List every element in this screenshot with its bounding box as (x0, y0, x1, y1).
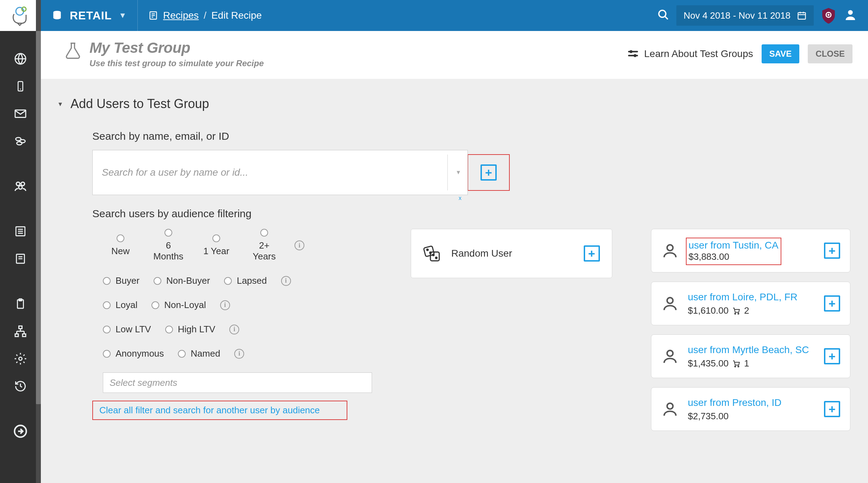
filter-row-tenure: New 6 Months 1 Year 2+ Years i (103, 229, 372, 262)
close-button[interactable]: CLOSE (808, 44, 852, 63)
info-icon[interactable]: i (229, 325, 239, 334)
filter-row-anon: Anonymous Named i (103, 348, 372, 359)
breadcrumb-link-recipes[interactable]: Recipes (163, 10, 199, 21)
nav-stack[interactable] (0, 127, 41, 155)
sliders-icon (627, 48, 639, 60)
svg-rect-23 (15, 334, 18, 337)
user-results: user from Tustin, CA $3,883.00 + user fr… (651, 229, 851, 431)
radio-2years[interactable]: 2+ Years (247, 229, 282, 262)
filters-column: New 6 Months 1 Year 2+ Years i Buyer Non… (92, 229, 372, 420)
svg-rect-4 (18, 82, 23, 91)
user-cart-count: 1 (744, 358, 749, 369)
breadcrumb-current: Edit Recipe (211, 10, 262, 21)
nav-forward[interactable] (0, 418, 41, 445)
radio-named[interactable]: Named (178, 348, 220, 359)
radio-anonymous[interactable]: Anonymous (103, 348, 164, 359)
svg-point-55 (630, 50, 633, 53)
nav-globe[interactable] (0, 45, 41, 73)
nav-history[interactable] (0, 372, 41, 400)
search-input-wrap: ▼ (92, 150, 468, 195)
radio-label: Non-Buyer (166, 275, 210, 286)
radio-label: 6 Months (151, 240, 186, 262)
breadcrumb: Recipes / Edit Recipe (148, 10, 262, 21)
user-menu[interactable] (843, 8, 857, 23)
plus-icon: + (584, 245, 600, 262)
chevron-down-icon: ▼ (119, 11, 127, 20)
svg-point-69 (738, 366, 739, 367)
learn-link[interactable]: Learn About Test Groups (627, 48, 753, 60)
radio-icon (151, 301, 159, 309)
page-header: My Test Group Use this test group to sim… (41, 31, 868, 79)
user-amount: $2,735.00 (688, 411, 729, 422)
nav-users[interactable] (0, 172, 41, 200)
svg-point-59 (427, 249, 428, 251)
segments-select[interactable]: Select segments (103, 372, 372, 393)
info-icon[interactable]: i (294, 240, 304, 250)
svg-point-63 (667, 245, 673, 251)
add-user-button[interactable]: + (824, 348, 840, 364)
add-user-button[interactable]: + (824, 295, 840, 312)
radio-lowltv[interactable]: Low LTV (103, 324, 151, 335)
info-icon[interactable]: i (234, 349, 244, 359)
svg-point-11 (21, 182, 25, 186)
nav-sitemap[interactable] (0, 318, 41, 345)
section-title-row: ▾ Add Users to Test Group (58, 96, 850, 111)
user-card: user from Myrtle Beach, SC $1,435.00 1 + (651, 334, 851, 378)
user-name-link[interactable]: user from Myrtle Beach, SC (688, 344, 809, 356)
radio-icon (178, 350, 186, 358)
plus-icon: + (824, 348, 840, 364)
info-icon[interactable]: i (281, 276, 291, 286)
clear-search-x[interactable]: x (459, 195, 461, 201)
top-right: Nov 4 2018 - Nov 11 2018 (657, 5, 857, 26)
radio-lapsed[interactable]: Lapsed (224, 275, 267, 286)
radio-label: Non-Loyal (164, 300, 206, 310)
save-button-label: SAVE (769, 49, 792, 59)
user-name-link[interactable]: user from Loire, PDL, FR (688, 291, 798, 303)
nav-mail[interactable] (0, 100, 41, 127)
cart-icon (732, 307, 740, 315)
nav-list[interactable] (0, 218, 41, 245)
save-button[interactable]: SAVE (762, 44, 800, 63)
search-dropdown-caret-icon[interactable]: ▼ (455, 169, 461, 176)
users-icon (13, 179, 27, 193)
top-search[interactable] (657, 9, 669, 22)
date-range-picker[interactable]: Nov 4 2018 - Nov 11 2018 (676, 5, 814, 26)
add-user-button[interactable]: + (824, 401, 840, 417)
nav-mobile[interactable] (0, 73, 41, 100)
radio-new[interactable]: New (103, 234, 138, 257)
radio-icon (154, 277, 161, 285)
collapse-caret-icon[interactable]: ▾ (58, 100, 62, 108)
user-name-link[interactable]: user from Tustin, CA (689, 240, 779, 251)
radio-loyal[interactable]: Loyal (103, 300, 137, 310)
radio-label: 1 Year (203, 246, 229, 257)
radio-1year[interactable]: 1 Year (199, 234, 234, 257)
brand-selector[interactable]: RETAIL ▼ (51, 0, 138, 31)
user-card: user from Tustin, CA $3,883.00 + (651, 229, 851, 272)
nav-doc[interactable] (0, 245, 41, 272)
add-random-user-button[interactable]: + (584, 245, 600, 262)
svg-point-64 (667, 297, 673, 303)
user-name-link[interactable]: user from Preston, ID (688, 396, 782, 409)
cart-icon (732, 359, 740, 368)
clear-filter-link[interactable]: Clear all filter and search for another … (99, 405, 320, 415)
security-badge[interactable] (821, 7, 836, 24)
plus-icon: + (824, 295, 840, 312)
radio-buyer[interactable]: Buyer (103, 275, 140, 286)
nav-clipboard[interactable] (0, 290, 41, 318)
sidebar-scroll-thumb[interactable] (36, 31, 41, 404)
radio-label: Lapsed (237, 275, 267, 286)
radio-label: Buyer (116, 275, 140, 286)
filter-row-buyer: Buyer Non-Buyer Lapsed i (103, 275, 372, 286)
nav-settings[interactable] (0, 345, 41, 372)
app-logo[interactable] (0, 0, 41, 31)
info-icon[interactable]: i (220, 300, 230, 310)
radio-nonloyal[interactable]: Non-Loyal (151, 300, 206, 310)
search-input[interactable] (102, 167, 458, 178)
user-icon (843, 8, 857, 22)
add-user-button[interactable]: + (467, 154, 510, 191)
radio-highltv[interactable]: High LTV (165, 324, 215, 335)
add-user-button[interactable]: + (824, 243, 840, 259)
radio-6months[interactable]: 6 Months (151, 229, 186, 262)
page-title: My Test Group (89, 39, 264, 56)
radio-nonbuyer[interactable]: Non-Buyer (154, 275, 210, 286)
